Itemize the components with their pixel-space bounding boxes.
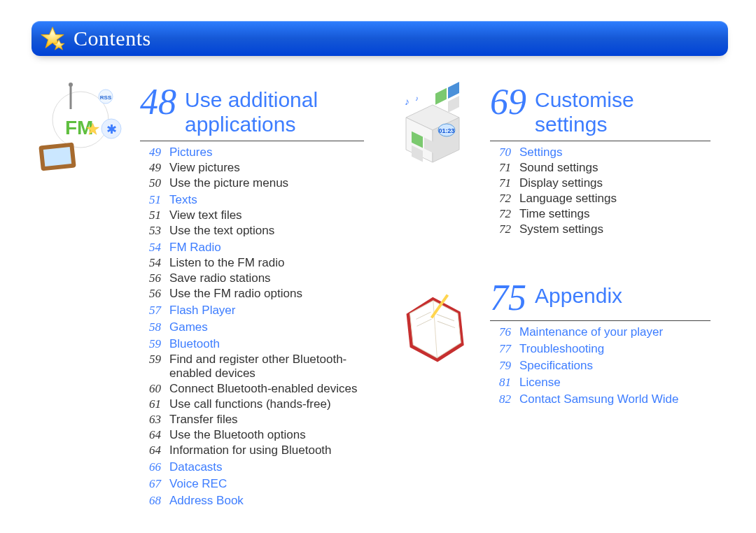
toc-section[interactable]: 68Address Book	[140, 494, 364, 508]
toc-page-number: 71	[490, 161, 511, 175]
right1-content: 69 Customise settings 70Settings71Sound …	[490, 84, 728, 238]
svg-rect-23	[448, 96, 459, 113]
chapter-icon-cell: RSS ✱ FM	[31, 84, 140, 509]
toc-page-number: 54	[140, 256, 161, 270]
divider	[490, 320, 710, 321]
chapter-title: Customise settings	[535, 88, 710, 136]
star-icon	[40, 26, 65, 51]
toc-section[interactable]: 51Texts	[140, 193, 364, 207]
svg-rect-12	[43, 147, 71, 166]
toc-page-number: 58	[140, 320, 161, 334]
toc-section[interactable]: 70Settings	[490, 145, 710, 159]
toc-label: View text files	[169, 208, 364, 222]
toc-page-number: 49	[140, 161, 161, 175]
toc-item[interactable]: 49View pictures	[140, 161, 364, 175]
toc-label: Use call functions (hands-free)	[169, 397, 364, 411]
toc-section[interactable]: 82Contact Samsung World Wide	[490, 392, 710, 406]
toc-label: License	[519, 376, 710, 390]
page-body: RSS ✱ FM 48 Use additional applications	[31, 84, 728, 509]
toc-label: Flash Player	[169, 304, 364, 318]
right2-content: 75 Appendix 76Maintenance of your player…	[490, 280, 728, 408]
toc-section[interactable]: 57Flash Player	[140, 304, 364, 318]
svg-rect-21	[435, 88, 447, 105]
chapter-heading-appendix[interactable]: 75 Appendix	[490, 280, 710, 316]
toc-item[interactable]: 71Display settings	[490, 176, 710, 190]
chapter-title: Use additional applications	[185, 88, 364, 136]
toc-page-number: 49	[140, 145, 161, 159]
toc-page-number: 59	[140, 353, 161, 367]
toc-item[interactable]: 61Use call functions (hands-free)	[140, 397, 364, 411]
toc-section[interactable]: 76Maintenance of your player	[490, 325, 710, 339]
toc-item[interactable]: 72System settings	[490, 222, 710, 236]
toc-section[interactable]: 67Voice REC	[140, 477, 364, 491]
svg-text:01:23: 01:23	[438, 127, 454, 134]
toc-item[interactable]: 56Save radio stations	[140, 271, 364, 285]
left-content: 48 Use additional applications 49Picture…	[140, 84, 382, 509]
toc-item[interactable]: 50Use the picture menus	[140, 176, 364, 190]
toc-page-number: 77	[490, 342, 511, 356]
toc-label: Settings	[519, 145, 710, 159]
chapter-heading-customise-settings[interactable]: 69 Customise settings	[490, 84, 710, 136]
toc-item[interactable]: 51View text files	[140, 208, 364, 222]
toc-label: Transfer files	[169, 413, 364, 427]
page-title: Contents	[74, 27, 151, 50]
toc-page-number: 68	[140, 494, 161, 508]
toc-page-number: 72	[490, 207, 511, 221]
toc-page-number: 51	[140, 208, 161, 222]
toc-page-number: 81	[490, 376, 511, 390]
right-column: ♪ ♪	[382, 84, 728, 509]
toc-label: View pictures	[169, 161, 364, 175]
toc-label: Find and register other Bluetooth-enable…	[169, 353, 364, 381]
toc-item[interactable]: 53Use the text options	[140, 224, 364, 238]
toc-item[interactable]: 71Sound settings	[490, 161, 710, 175]
toc-section[interactable]: 79Specifications	[490, 359, 710, 373]
toc-section[interactable]: 49Pictures	[140, 145, 364, 159]
svg-text:✱: ✱	[106, 122, 117, 136]
toc-item[interactable]: 63Transfer files	[140, 413, 364, 427]
toc-item[interactable]: 64Information for using Bluetooth	[140, 443, 364, 457]
chapter-icon-cell	[382, 280, 490, 408]
right-block-appendix: 75 Appendix 76Maintenance of your player…	[382, 280, 728, 408]
svg-point-4	[69, 83, 73, 87]
toc-page-number: 71	[490, 176, 511, 190]
toc-item[interactable]: 72Language settings	[490, 192, 710, 206]
toc-page-number: 51	[140, 193, 161, 207]
svg-rect-22	[448, 82, 459, 99]
toc-label: Address Book	[169, 494, 364, 508]
chapter-page-number: 69	[490, 84, 526, 120]
toc-list-left: 49Pictures49View pictures50Use the pictu…	[140, 145, 364, 508]
toc-page-number: 64	[140, 443, 161, 457]
toc-section[interactable]: 54FM Radio	[140, 241, 364, 255]
right-block-settings: ♪ ♪	[382, 84, 728, 238]
toc-page-number: 56	[140, 287, 161, 301]
toc-section[interactable]: 81License	[490, 376, 710, 390]
toc-item[interactable]: 72Time settings	[490, 207, 710, 221]
toc-item[interactable]: 59Find and register other Bluetooth-enab…	[140, 353, 364, 381]
toc-section[interactable]: 58Games	[140, 320, 364, 334]
toc-page-number: 82	[490, 392, 511, 406]
svg-text:♪: ♪	[415, 94, 419, 102]
toc-page-number: 53	[140, 224, 161, 238]
toc-label: Connect Bluetooth-enabled devices	[169, 382, 364, 396]
toc-page-number: 64	[140, 428, 161, 442]
toc-label: Display settings	[519, 176, 710, 190]
toc-section[interactable]: 66Datacasts	[140, 460, 364, 474]
toc-label: Sound settings	[519, 161, 710, 175]
toc-section[interactable]: 77Troubleshooting	[490, 342, 710, 356]
chapter-heading-additional-apps[interactable]: 48 Use additional applications	[140, 84, 364, 136]
toc-item[interactable]: 60Connect Bluetooth-enabled devices	[140, 382, 364, 396]
toc-item[interactable]: 64Use the Bluetooth options	[140, 428, 364, 442]
chapter-page-number: 75	[490, 280, 526, 316]
toc-section[interactable]: 59Bluetooth	[140, 337, 364, 351]
toc-label: Bluetooth	[169, 337, 364, 351]
toc-label: Use the picture menus	[169, 176, 364, 190]
header-bar: Contents	[31, 21, 728, 56]
toc-item[interactable]: 54Listen to the FM radio	[140, 256, 364, 270]
toc-label: Troubleshooting	[519, 342, 710, 356]
toc-page-number: 66	[140, 460, 161, 474]
toc-page-number: 57	[140, 304, 161, 318]
toc-item[interactable]: 56Use the FM radio options	[140, 287, 364, 301]
fm-radio-icon: RSS ✱ FM	[38, 88, 122, 172]
svg-text:♪: ♪	[405, 96, 410, 107]
toc-page-number: 54	[140, 241, 161, 255]
